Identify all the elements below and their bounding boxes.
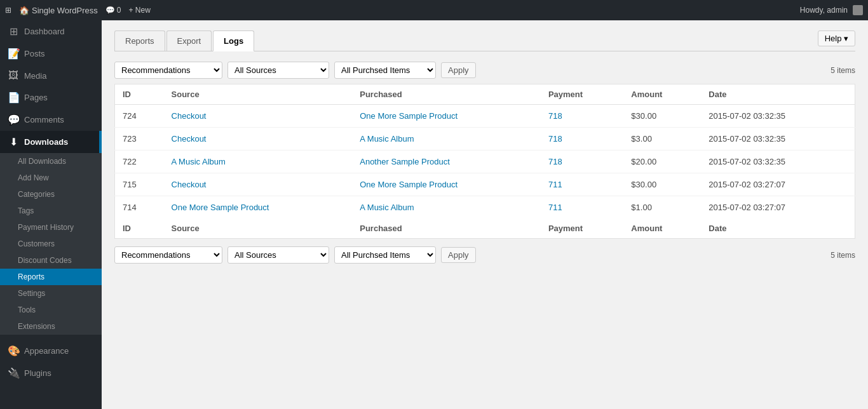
- source-link[interactable]: Checkout: [172, 134, 207, 144]
- apply-button-top[interactable]: Apply: [441, 62, 476, 78]
- sidebar-item-pages[interactable]: 📄 Pages: [0, 86, 102, 109]
- pages-icon: 📄: [8, 91, 19, 104]
- cell-source: Checkout: [164, 128, 353, 151]
- table-row: 722A Music AlbumAnother Sample Product71…: [115, 151, 855, 173]
- cell-payment: 718: [541, 128, 623, 151]
- cell-id: 714: [115, 196, 164, 219]
- payment-link[interactable]: 711: [548, 203, 562, 212]
- cell-date: 2015-07-02 03:27:07: [701, 196, 855, 219]
- sidebar-item-posts[interactable]: 📝 Posts: [0, 43, 102, 65]
- comments-link[interactable]: 💬 0: [105, 6, 121, 15]
- downloads-icon: ⬇: [8, 136, 19, 148]
- source-link[interactable]: A Music Album: [172, 157, 226, 166]
- site-link[interactable]: 🏠 Single WordPress: [19, 6, 98, 15]
- apply-button-bottom[interactable]: Apply: [441, 247, 476, 263]
- tab-reports[interactable]: Reports: [114, 30, 165, 51]
- source-select-top[interactable]: All Sources: [227, 62, 329, 79]
- source-link[interactable]: One More Sample Product: [172, 203, 269, 212]
- cell-payment: 718: [541, 151, 623, 173]
- cell-id: 722: [115, 151, 164, 173]
- type-select-bottom[interactable]: Recommendations: [114, 246, 222, 264]
- payment-link[interactable]: 711: [548, 180, 562, 189]
- sidebar-item-tools[interactable]: Tools: [0, 302, 102, 318]
- howdy-text: Howdy, admin: [800, 6, 848, 15]
- cell-amount: $1.00: [623, 196, 701, 219]
- sidebar-item-appearance[interactable]: 🎨 Appearance: [0, 340, 102, 362]
- items-count-bottom: 5 items: [831, 251, 855, 260]
- tab-export[interactable]: Export: [166, 30, 212, 51]
- new-link[interactable]: + New: [129, 6, 151, 15]
- purchased-link[interactable]: One More Sample Product: [360, 111, 458, 121]
- source-link[interactable]: Checkout: [172, 180, 207, 189]
- col-footer-purchased: Purchased: [352, 218, 541, 239]
- items-count-top: 5 items: [831, 66, 855, 75]
- tab-bar: Reports Export Logs: [114, 30, 855, 51]
- sidebar-item-categories[interactable]: Categories: [0, 186, 102, 203]
- sidebar-item-settings[interactable]: Settings: [0, 285, 102, 302]
- cell-id: 724: [115, 105, 164, 128]
- sidebar-item-label: Comments: [24, 115, 64, 124]
- sub-item-label: Customers: [18, 239, 55, 248]
- purchased-link[interactable]: A Music Album: [360, 203, 414, 212]
- sidebar-item-media[interactable]: 🖼 Media: [0, 65, 102, 86]
- sub-item-label: Discount Codes: [18, 256, 72, 265]
- tab-logs[interactable]: Logs: [213, 30, 254, 51]
- source-link[interactable]: Checkout: [172, 111, 207, 121]
- sidebar-item-discount-codes[interactable]: Discount Codes: [0, 252, 102, 269]
- active-indicator: [99, 131, 102, 153]
- table-row: 715CheckoutOne More Sample Product711$30…: [115, 173, 855, 196]
- sidebar-item-downloads[interactable]: ⬇ Downloads: [0, 131, 102, 153]
- sidebar-item-extensions[interactable]: Extensions: [0, 318, 102, 335]
- purchased-select-top[interactable]: All Purchsed Items: [334, 62, 436, 79]
- purchased-select-bottom[interactable]: All Purchsed Items: [334, 246, 436, 264]
- admin-avatar[interactable]: [853, 5, 863, 15]
- col-footer-payment: Payment: [541, 218, 623, 239]
- comments-nav-icon: 💬: [8, 114, 19, 126]
- sidebar-item-label: Appearance: [24, 346, 69, 356]
- sidebar-item-comments[interactable]: 💬 Comments: [0, 109, 102, 131]
- source-select-bottom[interactable]: All Sources: [227, 246, 329, 264]
- admin-bar: ⊞ 🏠 Single WordPress 💬 0 + New Howdy, ad…: [0, 0, 868, 20]
- purchased-link[interactable]: Another Sample Product: [360, 157, 450, 166]
- cell-date: 2015-07-02 03:27:07: [701, 173, 855, 196]
- sidebar-item-label: Dashboard: [24, 27, 65, 36]
- logs-table: ID Source Purchased Payment Amount Date …: [114, 84, 855, 239]
- sub-item-label: Extensions: [18, 322, 55, 331]
- help-button[interactable]: Help ▾: [818, 30, 855, 46]
- payment-link[interactable]: 718: [548, 111, 562, 121]
- sidebar-item-tags[interactable]: Tags: [0, 203, 102, 219]
- site-name: Single WordPress: [32, 6, 98, 15]
- payment-link[interactable]: 718: [548, 157, 562, 166]
- wp-logo-icon[interactable]: ⊞: [5, 6, 11, 15]
- cell-payment: 711: [541, 196, 623, 219]
- col-header-date: Date: [701, 84, 855, 105]
- purchased-link[interactable]: One More Sample Product: [360, 180, 458, 189]
- sub-item-label: All Downloads: [18, 157, 66, 166]
- sidebar-item-payment-history[interactable]: Payment History: [0, 219, 102, 236]
- sidebar: ⊞ Dashboard 📝 Posts 🖼 Media 📄 Pages 💬 Co…: [0, 20, 102, 409]
- help-button-container: Help ▾: [818, 30, 855, 46]
- cell-date: 2015-07-02 03:32:35: [701, 151, 855, 173]
- cell-source: Checkout: [164, 173, 353, 196]
- type-select-top[interactable]: Recommendations: [114, 62, 222, 79]
- sidebar-item-label: Pages: [24, 93, 48, 102]
- col-header-payment: Payment: [541, 84, 623, 105]
- comment-count: 0: [117, 6, 121, 15]
- col-footer-id: ID: [115, 218, 164, 239]
- sidebar-item-plugins[interactable]: 🔌 Plugins: [0, 362, 102, 384]
- purchased-link[interactable]: A Music Album: [360, 134, 414, 144]
- sub-item-label: Settings: [18, 289, 45, 298]
- payment-link[interactable]: 718: [548, 134, 562, 144]
- sidebar-item-add-new[interactable]: Add New: [0, 170, 102, 186]
- media-icon: 🖼: [8, 70, 19, 81]
- sub-item-label: Categories: [18, 190, 55, 199]
- cell-payment: 718: [541, 105, 623, 128]
- sidebar-item-customers[interactable]: Customers: [0, 236, 102, 252]
- cell-payment: 711: [541, 173, 623, 196]
- sidebar-item-dashboard[interactable]: ⊞ Dashboard: [0, 20, 102, 43]
- top-filter-bar: Recommendations All Sources All Purchsed…: [114, 62, 855, 79]
- cell-purchased: One More Sample Product: [352, 173, 541, 196]
- bottom-filter-bar: Recommendations All Sources All Purchsed…: [114, 246, 855, 264]
- sidebar-item-reports[interactable]: Reports: [0, 269, 102, 285]
- sidebar-item-all-downloads[interactable]: All Downloads: [0, 153, 102, 170]
